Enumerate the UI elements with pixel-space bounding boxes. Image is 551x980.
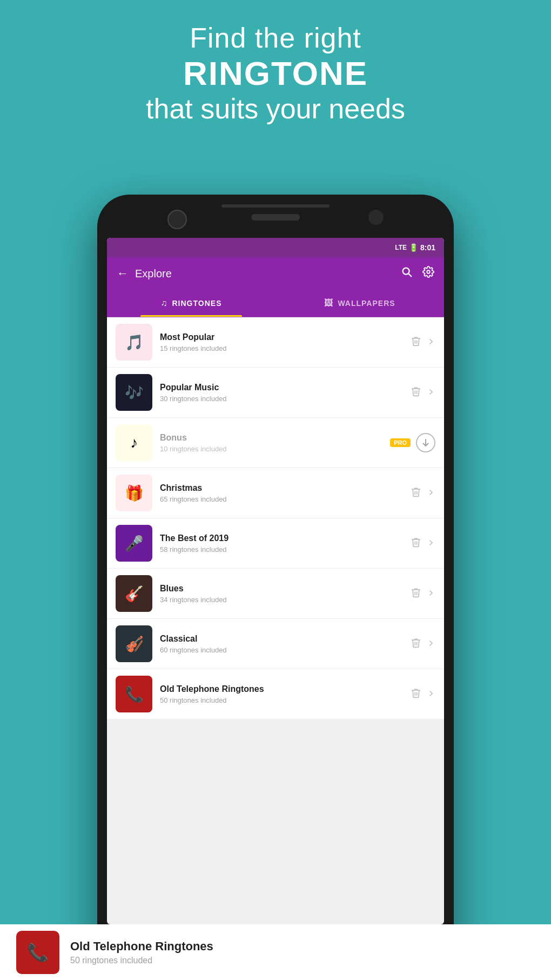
item-actions-blues <box>411 587 435 601</box>
promo-subtitle: 50 ringtones included <box>70 956 535 965</box>
item-subtitle-popular-music: 30 ringtones included <box>160 395 403 403</box>
phone-speaker <box>251 214 300 221</box>
hero-section: Find the right RINGTONE that suits your … <box>0 22 551 125</box>
phone-shell: LTE 🔋 8:01 ← Explore <box>97 195 454 968</box>
chevron-right-icon <box>427 588 435 600</box>
item-thumb-classical: 🎻 <box>116 625 152 662</box>
download-button[interactable] <box>416 433 435 452</box>
item-subtitle-classical: 60 ringtones included <box>160 646 403 654</box>
chevron-right-icon <box>427 537 435 550</box>
item-info-bonus: Bonus 10 ringtones included <box>160 433 382 453</box>
list-item-best-of-2019[interactable]: 🎤 The Best of 2019 58 ringtones included <box>107 518 444 569</box>
bottom-promo: 📞 Old Telephone Ringtones 50 ringtones i… <box>0 924 551 980</box>
item-info-christmas: Christmas 65 ringtones included <box>160 483 403 503</box>
item-info-popular-music: Popular Music 30 ringtones included <box>160 383 403 403</box>
status-bar: LTE 🔋 8:01 <box>107 238 444 257</box>
tab-bar: ♫ RINGTONES 🖼 WALLPAPERS <box>107 290 444 317</box>
pro-badge: PRO <box>390 438 411 447</box>
delete-icon[interactable] <box>411 537 421 550</box>
delete-icon[interactable] <box>411 336 421 349</box>
item-title-classical: Classical <box>160 634 403 644</box>
item-actions-christmas <box>411 486 435 500</box>
item-info-blues: Blues 34 ringtones included <box>160 584 403 604</box>
item-info-best-of-2019: The Best of 2019 58 ringtones included <box>160 534 403 554</box>
item-subtitle-most-popular: 15 ringtones included <box>160 344 403 352</box>
chevron-right-icon <box>427 386 435 399</box>
camera-right <box>368 210 384 225</box>
promo-thumb-emoji: 📞 <box>27 942 49 963</box>
list-item-classical[interactable]: 🎻 Classical 60 ringtones included <box>107 619 444 669</box>
hero-line3: that suits your needs <box>32 92 519 125</box>
content-list: 🎵 Most Popular 15 ringtones included <box>107 317 444 719</box>
list-item-blues[interactable]: 🎸 Blues 34 ringtones included <box>107 569 444 619</box>
delete-icon[interactable] <box>411 486 421 500</box>
delete-icon[interactable] <box>411 587 421 601</box>
promo-thumb: 📞 <box>16 931 59 974</box>
battery-icon: 🔋 <box>409 243 418 252</box>
item-thumb-old-telephone: 📞 <box>116 676 152 712</box>
item-actions-popular-music <box>411 386 435 399</box>
app-header: ← Explore <box>107 257 444 290</box>
item-thumb-popular-music: 🎶 <box>116 374 152 411</box>
item-subtitle-blues: 34 ringtones included <box>160 596 403 604</box>
hero-line1: Find the right <box>32 22 519 54</box>
item-thumb-bonus: ♪ <box>116 424 152 461</box>
item-thumb-most-popular: 🎵 <box>116 324 152 361</box>
settings-icon[interactable] <box>422 266 434 281</box>
item-subtitle-bonus: 10 ringtones included <box>160 445 382 453</box>
item-title-old-telephone: Old Telephone Ringtones <box>160 684 403 694</box>
item-subtitle-best-of-2019: 58 ringtones included <box>160 545 403 554</box>
item-thumb-blues: 🎸 <box>116 575 152 612</box>
item-info-old-telephone: Old Telephone Ringtones 50 ringtones inc… <box>160 684 403 704</box>
list-item-popular-music[interactable]: 🎶 Popular Music 30 ringtones included <box>107 368 444 418</box>
delete-icon[interactable] <box>411 386 421 399</box>
item-subtitle-christmas: 65 ringtones included <box>160 495 403 503</box>
item-actions-classical <box>411 637 435 651</box>
phone-top-bar <box>221 204 330 208</box>
camera-left <box>167 210 187 229</box>
lte-indicator: LTE <box>395 244 407 251</box>
list-item-christmas[interactable]: 🎁 Christmas 65 ringtones included <box>107 468 444 518</box>
item-info-most-popular: Most Popular 15 ringtones included <box>160 332 403 352</box>
svg-line-1 <box>408 274 411 276</box>
item-thumb-best-of-2019: 🎤 <box>116 525 152 562</box>
list-item-bonus[interactable]: ♪ Bonus 10 ringtones included PRO <box>107 418 444 468</box>
item-thumb-christmas: 🎁 <box>116 475 152 511</box>
status-icons: LTE 🔋 8:01 <box>395 243 435 252</box>
header-title: Explore <box>135 268 401 280</box>
back-button[interactable]: ← <box>117 266 129 281</box>
clock: 8:01 <box>420 243 435 252</box>
tab-ringtones[interactable]: ♫ RINGTONES <box>107 290 276 317</box>
item-title-best-of-2019: The Best of 2019 <box>160 534 403 543</box>
list-item-old-telephone[interactable]: 📞 Old Telephone Ringtones 50 ringtones i… <box>107 669 444 719</box>
music-tab-icon: ♫ <box>161 298 168 308</box>
tab-wallpapers[interactable]: 🖼 WALLPAPERS <box>276 290 444 317</box>
item-info-classical: Classical 60 ringtones included <box>160 634 403 654</box>
promo-title: Old Telephone Ringtones <box>70 939 535 954</box>
chevron-right-icon <box>427 688 435 701</box>
tab-wallpapers-label: WALLPAPERS <box>338 299 395 308</box>
item-title-most-popular: Most Popular <box>160 332 403 342</box>
item-actions-most-popular <box>411 336 435 349</box>
hero-line2: RINGTONE <box>32 54 519 92</box>
tab-ringtones-label: RINGTONES <box>172 299 222 308</box>
search-icon[interactable] <box>401 266 413 281</box>
chevron-right-icon <box>427 638 435 650</box>
list-item-most-popular[interactable]: 🎵 Most Popular 15 ringtones included <box>107 317 444 368</box>
item-subtitle-old-telephone: 50 ringtones included <box>160 696 403 704</box>
item-actions-bonus: PRO <box>390 433 435 452</box>
delete-icon[interactable] <box>411 637 421 651</box>
chevron-right-icon <box>427 336 435 349</box>
chevron-right-icon <box>427 487 435 499</box>
wallpaper-tab-icon: 🖼 <box>324 298 333 308</box>
item-title-christmas: Christmas <box>160 483 403 493</box>
svg-point-2 <box>427 270 430 274</box>
delete-icon[interactable] <box>411 688 421 701</box>
item-title-bonus: Bonus <box>160 433 382 443</box>
item-actions-old-telephone <box>411 688 435 701</box>
item-actions-best-of-2019 <box>411 537 435 550</box>
phone-screen: LTE 🔋 8:01 ← Explore <box>107 238 444 924</box>
header-actions <box>401 266 434 281</box>
item-title-popular-music: Popular Music <box>160 383 403 392</box>
promo-text-block: Old Telephone Ringtones 50 ringtones inc… <box>70 939 535 965</box>
